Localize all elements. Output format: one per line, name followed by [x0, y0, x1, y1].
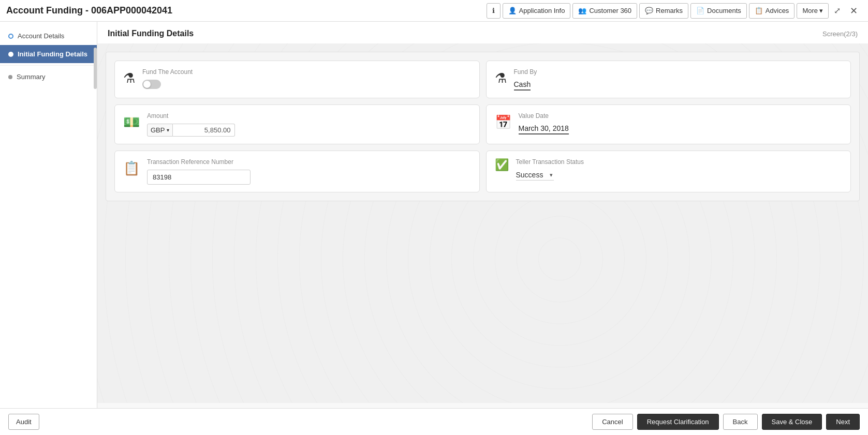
amount-row: GBP ▾ — [147, 124, 471, 137]
transaction-icon: 📋 — [123, 160, 140, 176]
save-close-button[interactable]: Save & Close — [762, 414, 822, 430]
toggle-container[interactable] — [142, 80, 471, 89]
chevron-down-icon: ▾ — [819, 7, 823, 14]
customer-360-button[interactable]: 👥 Customer 360 — [572, 3, 637, 19]
fund-the-account-content: Fund The Account — [142, 68, 471, 89]
currency-chevron-icon: ▾ — [167, 127, 169, 133]
calendar-icon: 📅 — [495, 114, 511, 130]
success-icon: ✅ — [495, 158, 509, 172]
fund-by-card: ⚗ Fund By Cash — [486, 61, 851, 98]
cancel-button[interactable]: Cancel — [592, 414, 632, 430]
amount-card: 💵 Amount GBP ▾ — [114, 104, 480, 144]
close-button[interactable]: ✕ — [846, 3, 862, 19]
fund-by-content: Fund By Cash — [514, 68, 843, 91]
documents-button[interactable]: 📄 Documents — [690, 3, 747, 19]
fund-by-label: Fund By — [514, 68, 843, 76]
request-clarification-button[interactable]: Request Clarification — [637, 414, 719, 430]
page-title: Account Funding - 006APP000042041 — [6, 5, 487, 16]
flask-icon: ⚗ — [123, 70, 135, 86]
content-area: Initial Funding Details Screen(2/3) ⚗ Fu… — [97, 22, 868, 408]
sidebar-scrollbar — [94, 48, 97, 89]
advices-icon: 📋 — [755, 7, 763, 14]
content-header: Initial Funding Details Screen(2/3) — [97, 22, 868, 43]
value-date-content: Value Date March 30, 2018 — [519, 112, 843, 134]
sidebar: Account Details Initial Funding Details … — [0, 22, 97, 408]
application-info-button[interactable]: 👤 Application Info — [503, 3, 571, 19]
value-date-label: Value Date — [519, 112, 843, 119]
screen-info: Screen(2/3) — [822, 30, 858, 38]
sidebar-divider — [0, 65, 97, 66]
step-dot-active — [8, 52, 13, 57]
currency-select[interactable]: GBP ▾ — [147, 124, 173, 137]
more-button[interactable]: More ▾ — [797, 3, 829, 19]
step-dot — [8, 75, 12, 79]
fund-by-icon: ⚗ — [495, 70, 507, 86]
status-select-wrap: Success Failure Pending — [516, 170, 554, 181]
transaction-ref-content: Transaction Reference Number — [147, 158, 471, 185]
amount-label: Amount — [147, 112, 471, 119]
content-body: ⚗ Fund The Account ⚗ Fund By Cash — [97, 43, 868, 403]
amount-content: Amount GBP ▾ — [147, 112, 471, 137]
content-title: Initial Funding Details — [108, 29, 194, 38]
fund-account-toggle[interactable] — [142, 80, 161, 89]
main-layout: Account Details Initial Funding Details … — [0, 22, 868, 408]
footer-right: Cancel Request Clarification Back Save &… — [592, 414, 860, 430]
advices-button[interactable]: 📋 Advices — [749, 3, 795, 19]
remarks-button[interactable]: 💬 Remarks — [639, 3, 688, 19]
teller-status-card: ✅ Teller Transaction Status Success Fail… — [486, 151, 851, 192]
fund-the-account-card: ⚗ Fund The Account — [114, 61, 480, 98]
fund-the-account-label: Fund The Account — [142, 68, 471, 76]
footer-left: Audit — [8, 414, 592, 430]
documents-icon: 📄 — [696, 7, 704, 14]
info-button[interactable]: ℹ — [487, 3, 501, 19]
transaction-ref-label: Transaction Reference Number — [147, 158, 471, 166]
remarks-icon: 💬 — [645, 7, 653, 14]
application-info-icon: 👤 — [508, 7, 517, 14]
teller-status-content: Teller Transaction Status Success Failur… — [516, 158, 843, 181]
back-button[interactable]: Back — [723, 414, 758, 430]
money-icon: 💵 — [123, 114, 140, 130]
fund-by-value: Cash — [514, 80, 531, 91]
footer: Audit Cancel Request Clarification Back … — [0, 408, 868, 435]
header-actions: ℹ 👤 Application Info 👥 Customer 360 💬 Re… — [487, 3, 862, 19]
teller-status-select[interactable]: Success Failure Pending — [516, 170, 554, 181]
value-date-value: March 30, 2018 — [519, 124, 569, 134]
sidebar-item-initial-funding-details[interactable]: Initial Funding Details — [0, 45, 97, 63]
step-dot-outline — [8, 34, 13, 39]
sidebar-item-account-details[interactable]: Account Details — [0, 27, 97, 45]
sidebar-item-summary[interactable]: Summary — [0, 68, 97, 86]
value-date-card: 📅 Value Date March 30, 2018 — [486, 104, 851, 144]
info-icon: ℹ — [492, 7, 495, 14]
transaction-ref-card: 📋 Transaction Reference Number — [114, 151, 480, 192]
expand-button[interactable]: ⤢ — [831, 4, 844, 18]
teller-status-label: Teller Transaction Status — [516, 158, 843, 166]
audit-button[interactable]: Audit — [8, 414, 39, 430]
cards-section: ⚗ Fund The Account ⚗ Fund By Cash — [106, 52, 860, 201]
next-button[interactable]: Next — [826, 414, 860, 430]
header: Account Funding - 006APP000042041 ℹ 👤 Ap… — [0, 0, 868, 22]
customer-360-icon: 👥 — [578, 7, 586, 14]
amount-input[interactable] — [173, 124, 235, 137]
transaction-ref-input[interactable] — [147, 170, 251, 185]
